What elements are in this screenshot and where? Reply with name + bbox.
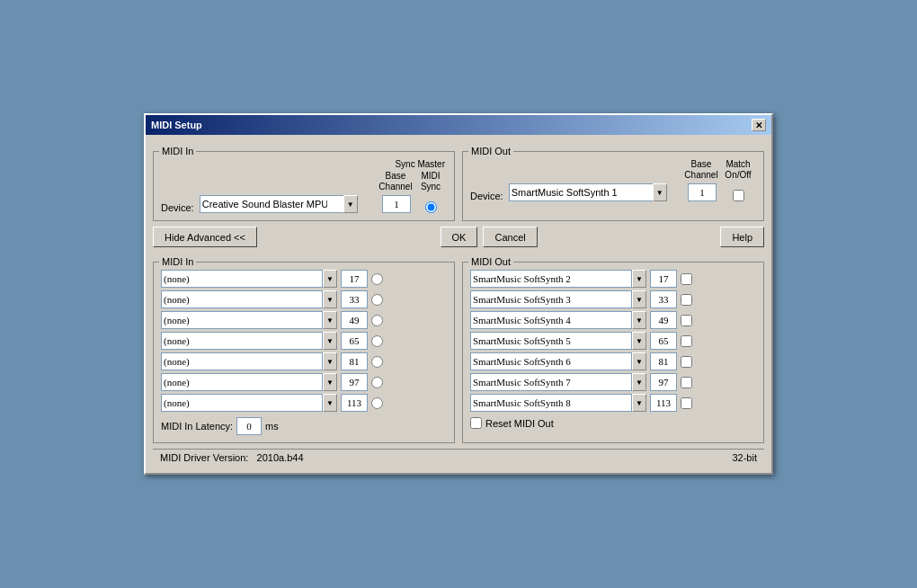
midi-in-base-channel[interactable]: [382, 195, 411, 213]
midi-in-row2-channel[interactable]: [341, 290, 368, 308]
midi-out-row3-channel[interactable]: [650, 311, 677, 329]
midi-out-row4-arrow[interactable]: ▼: [632, 332, 646, 350]
midi-out-row7-arrow[interactable]: ▼: [632, 394, 646, 412]
midi-out-row4-channel[interactable]: [650, 332, 677, 350]
midi-in-row1-arrow[interactable]: ▼: [323, 270, 337, 288]
midi-in-rows: (none) ▼ (none) ▼: [161, 270, 447, 412]
midi-in-device-select[interactable]: Creative Sound Blaster MPU-401: [200, 195, 343, 213]
midi-in-row3-arrow[interactable]: ▼: [323, 311, 337, 329]
midi-out-row7-checkbox[interactable]: [681, 397, 692, 409]
midi-out-base-channel[interactable]: [688, 183, 717, 201]
ok-button[interactable]: OK: [441, 227, 478, 247]
midi-in-sync-radio[interactable]: [425, 201, 437, 213]
midi-in-row3-channel[interactable]: [341, 311, 368, 329]
midi-in-row7-radio[interactable]: [371, 397, 383, 409]
midi-out-row6-channel[interactable]: [650, 373, 677, 391]
midi-out-device-dropdown[interactable]: SmartMusic SoftSynth 1 ▼: [509, 183, 684, 201]
base-channel-header: BaseChannel: [377, 171, 414, 192]
midi-in-row1-select[interactable]: (none): [161, 270, 323, 288]
status-left: MIDI Driver Version: 2010a.b44: [160, 452, 304, 463]
hide-advanced-button[interactable]: Hide Advanced <<: [153, 227, 257, 247]
midi-out-device-select[interactable]: SmartMusic SoftSynth 1: [509, 183, 653, 201]
midi-out-row5-arrow[interactable]: ▼: [632, 352, 646, 370]
midi-out-row6-checkbox[interactable]: [681, 377, 692, 388]
table-row: SmartMusic SoftSynth 7 ▼: [470, 373, 756, 391]
midi-out-row1-checkbox[interactable]: [681, 273, 692, 285]
midi-in-device-dropdown[interactable]: Creative Sound Blaster MPU-401 ▼: [200, 195, 378, 213]
midi-in-row2-dropdown[interactable]: (none) ▼: [161, 290, 337, 308]
midi-in-row4-channel[interactable]: [341, 332, 368, 350]
midi-out-row1-arrow[interactable]: ▼: [632, 270, 646, 288]
midi-out-row3-checkbox[interactable]: [681, 315, 692, 326]
top-section: MIDI In Sync Master BaseChannel MIDISync…: [153, 142, 764, 221]
midi-in-row2-select[interactable]: (none): [161, 290, 323, 308]
midi-out-row5-channel[interactable]: [650, 352, 677, 370]
midi-out-row5-select[interactable]: SmartMusic SoftSynth 6: [470, 352, 632, 370]
midi-out-row2-checkbox[interactable]: [681, 294, 692, 306]
midi-in-row3-select[interactable]: (none): [161, 311, 323, 329]
midi-in-row1-channel[interactable]: [341, 270, 368, 288]
midi-in-row7-dropdown[interactable]: (none) ▼: [161, 394, 337, 412]
table-row: SmartMusic SoftSynth 6 ▼: [470, 352, 756, 370]
midi-in-row6-radio[interactable]: [371, 377, 383, 388]
midi-in-row4-radio[interactable]: [371, 335, 383, 347]
midi-in-row5-arrow[interactable]: ▼: [323, 352, 337, 370]
close-button[interactable]: ✕: [752, 119, 766, 131]
midi-in-row3-dropdown[interactable]: (none) ▼: [161, 311, 337, 329]
midi-out-row3-select[interactable]: SmartMusic SoftSynth 4: [470, 311, 632, 329]
cancel-button[interactable]: Cancel: [483, 227, 537, 247]
midi-in-row3-radio[interactable]: [371, 315, 383, 326]
midi-in-row1-dropdown[interactable]: (none) ▼: [161, 270, 337, 288]
midi-out-row2-select[interactable]: SmartMusic SoftSynth 3: [470, 290, 632, 308]
midi-out-row4-select[interactable]: SmartMusic SoftSynth 5: [470, 332, 632, 350]
midi-out-row3-arrow[interactable]: ▼: [632, 311, 646, 329]
midi-in-row4-select[interactable]: (none): [161, 332, 323, 350]
bottom-section: MIDI In (none) ▼ (none): [153, 253, 764, 443]
midi-in-row5-select[interactable]: (none): [161, 352, 323, 370]
table-row: (none) ▼: [161, 290, 447, 308]
midi-out-row4-dropdown[interactable]: SmartMusic SoftSynth 5 ▼: [470, 332, 646, 350]
midi-out-row7-select[interactable]: SmartMusic SoftSynth 8: [470, 394, 632, 412]
midi-out-row2-dropdown[interactable]: SmartMusic SoftSynth 3 ▼: [470, 290, 646, 308]
midi-in-row7-select[interactable]: (none): [161, 394, 323, 412]
midi-in-row4-dropdown[interactable]: (none) ▼: [161, 332, 337, 350]
midi-out-row7-dropdown[interactable]: SmartMusic SoftSynth 8 ▼: [470, 394, 646, 412]
midi-out-row1-select[interactable]: SmartMusic SoftSynth 2: [470, 270, 632, 288]
midi-in-row5-dropdown[interactable]: (none) ▼: [161, 352, 337, 370]
help-button[interactable]: Help: [720, 227, 764, 247]
midi-out-row6-dropdown[interactable]: SmartMusic SoftSynth 7 ▼: [470, 373, 646, 391]
midi-out-row6-select[interactable]: SmartMusic SoftSynth 7: [470, 373, 632, 391]
midi-out-row1-dropdown[interactable]: SmartMusic SoftSynth 2 ▼: [470, 270, 646, 288]
midi-in-row5-radio[interactable]: [371, 356, 383, 368]
latency-input[interactable]: [236, 417, 262, 435]
midi-in-row6-arrow[interactable]: ▼: [323, 373, 337, 391]
midi-out-match-checkbox[interactable]: [733, 190, 744, 201]
midi-in-row5-channel[interactable]: [341, 352, 368, 370]
midi-in-row4-arrow[interactable]: ▼: [323, 332, 337, 350]
status-driver-value: 2010a.b44: [257, 452, 304, 463]
midi-out-select-arrow[interactable]: ▼: [653, 183, 667, 201]
midi-in-row2-radio[interactable]: [371, 294, 383, 306]
midi-out-row1-channel[interactable]: [650, 270, 677, 288]
midi-in-row2-arrow[interactable]: ▼: [323, 290, 337, 308]
midi-in-row1-radio[interactable]: [371, 273, 383, 285]
midi-in-row7-channel[interactable]: [341, 394, 368, 412]
midi-in-panel: MIDI In (none) ▼ (none): [153, 262, 455, 443]
midi-in-row6-channel[interactable]: [341, 373, 368, 391]
midi-out-row4-checkbox[interactable]: [681, 335, 692, 347]
midi-out-row3-dropdown[interactable]: SmartMusic SoftSynth 4 ▼: [470, 311, 646, 329]
midi-in-row6-select[interactable]: (none): [161, 373, 323, 391]
midi-out-top-group: MIDI Out BaseChannel MatchOn/Off Device:…: [462, 151, 764, 221]
midi-in-select-arrow[interactable]: ▼: [343, 195, 358, 213]
midi-out-row6-arrow[interactable]: ▼: [632, 373, 646, 391]
midi-in-row6-dropdown[interactable]: (none) ▼: [161, 373, 337, 391]
midi-in-row7-arrow[interactable]: ▼: [323, 394, 337, 412]
midi-out-row2-arrow[interactable]: ▼: [632, 290, 646, 308]
reset-midi-out-checkbox[interactable]: [470, 417, 482, 429]
midi-out-row5-checkbox[interactable]: [681, 356, 692, 368]
midi-out-row7-channel[interactable]: [650, 394, 677, 412]
midi-out-row2-channel[interactable]: [650, 290, 677, 308]
midi-out-rows: SmartMusic SoftSynth 2 ▼ SmartMusic Soft…: [470, 270, 756, 412]
dialog-buttons: OK Cancel: [264, 227, 713, 247]
midi-out-row5-dropdown[interactable]: SmartMusic SoftSynth 6 ▼: [470, 352, 646, 370]
